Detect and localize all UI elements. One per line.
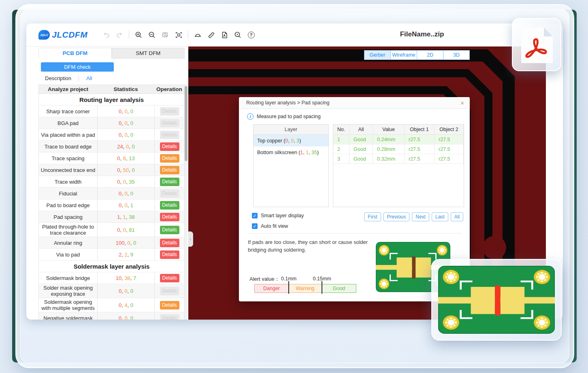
zoom-in-icon[interactable] [134, 31, 143, 39]
details-button[interactable]: Details [160, 239, 179, 247]
result-cell-object2: r27.5 [435, 135, 464, 144]
row-operation: Details [154, 153, 184, 164]
details-button[interactable]: Details [160, 201, 179, 210]
sidebar-scrollbar-track[interactable] [185, 84, 187, 320]
checkbox-icon [252, 213, 258, 218]
stat-danger-count: 0 [119, 132, 124, 138]
close-icon[interactable]: × [460, 100, 464, 106]
stat-danger-count: 0 [119, 202, 124, 208]
pagination-button[interactable]: Previous [383, 212, 410, 221]
locate-icon[interactable] [234, 31, 242, 39]
stat-danger-count: 10 [116, 275, 125, 281]
result-cell-no: 3 [333, 154, 349, 163]
layer-stat-danger: 0 [285, 138, 291, 144]
pagination-button[interactable]: All [451, 212, 463, 221]
details-button[interactable]: Details [160, 142, 179, 151]
row-label: Negative soldermask [39, 312, 97, 320]
row-statistics: 0 0 0 [97, 284, 154, 298]
help-icon[interactable]: ? [247, 31, 255, 39]
view-mode-tab-label: 2D [427, 52, 433, 58]
view-mode-tab[interactable]: 3D [443, 50, 470, 60]
sidebar-tab-label: SMT DFM [136, 50, 160, 56]
result-cell-value: 0.32mm [373, 154, 405, 163]
filter-description[interactable]: Description [45, 75, 71, 81]
ruler-icon[interactable] [207, 31, 215, 39]
table-row: Trace width 0 0 35 Details [39, 176, 184, 188]
row-operation: Details [154, 176, 184, 187]
details-button[interactable]: Details [160, 119, 179, 127]
result-row[interactable]: 1 Good 0.24mm r27.5 r27.5 [333, 135, 464, 144]
layer-list-item[interactable]: Top copper003 [254, 135, 328, 146]
stat-danger-count: 0 [119, 288, 124, 294]
details-button[interactable]: Details [160, 314, 179, 320]
stat-good-count: 0 [132, 167, 134, 173]
app-header: J@LC JLCDFM [26, 23, 563, 47]
view-mode-tab-label: Wireframe [392, 52, 415, 58]
layer-list-item[interactable]: Bottom silkscreen1135 [254, 146, 328, 158]
pagination-button[interactable]: Last [432, 212, 448, 221]
details-button[interactable]: Details [160, 131, 179, 139]
stat-good-count: 1 [130, 202, 133, 208]
view-mode-tab[interactable]: Gerber [364, 50, 391, 60]
details-button[interactable]: Details [160, 166, 179, 174]
toolbar-separator [188, 31, 188, 39]
details-button[interactable]: Details [160, 107, 179, 116]
measure-arc-icon[interactable] [194, 31, 202, 39]
row-label: Soldermask opening with multiple segment… [39, 298, 97, 312]
details-button[interactable]: Details [160, 250, 179, 259]
details-button[interactable]: Details [160, 154, 179, 163]
row-label: Trace width [39, 176, 97, 187]
pagination-button[interactable]: Next [412, 212, 429, 221]
table-row: Annular ring 100 0 0 Details [39, 237, 184, 249]
result-row[interactable]: 3 Good 0.32mm r27.5 r27.5 [333, 154, 464, 164]
view-mode-tab[interactable]: Wireframe [390, 50, 417, 60]
stat-good-count: 35 [129, 179, 134, 185]
logo-badge-icon: J@LC [38, 30, 50, 40]
row-label: Pad to board edge [39, 199, 97, 211]
sidebar-collapse-handle[interactable]: ‹ [188, 231, 193, 247]
details-button[interactable]: Details [160, 213, 179, 221]
box-zoom-icon[interactable] [161, 31, 169, 39]
view-mode-tab[interactable]: 2D [417, 50, 443, 60]
filter-all[interactable]: All [86, 75, 92, 81]
sidebar-tab[interactable]: PCB DFM [38, 48, 112, 59]
result-cell-all: Good [349, 144, 373, 154]
layer-list: Top copper003 Bottom silkscreen1135 [254, 135, 328, 158]
stat-danger-count: 0 [117, 155, 123, 161]
undo-icon[interactable] [102, 31, 110, 39]
export-pdf-icon[interactable] [220, 31, 228, 39]
dfm-check-button[interactable]: DFM check [41, 62, 114, 72]
row-operation: Details [154, 249, 184, 260]
details-button[interactable]: Details [160, 226, 179, 234]
stat-danger-count: 24 [117, 144, 126, 150]
details-button[interactable]: Details [160, 178, 179, 186]
zoom-out-icon[interactable] [148, 31, 156, 39]
row-statistics: 2 2 9 [97, 249, 154, 260]
result-header-all: All [349, 125, 373, 134]
table-row: Unconnected trace end 0 50 0 Details [39, 164, 184, 176]
stat-warning-count: 0 [123, 227, 129, 233]
toolbar-separator [129, 31, 129, 39]
fit-screen-icon[interactable] [175, 31, 183, 39]
row-operation: Details [154, 298, 184, 312]
details-button[interactable]: Details [160, 274, 179, 282]
result-row[interactable]: 2 Good 0.28mm r27.5 r27.5 [333, 144, 464, 154]
stat-warning-count: 0 [123, 179, 129, 185]
smart-layer-display-checkbox[interactable]: Smart layer display [252, 213, 304, 218]
details-button[interactable]: Details [160, 287, 179, 295]
details-button[interactable]: Details [160, 301, 179, 309]
layer-name: Bottom silkscreen [257, 150, 297, 155]
pdf-report-card[interactable] [512, 18, 561, 71]
section-title: Soldermask layer analysis [39, 261, 184, 272]
details-button[interactable]: Details [160, 189, 179, 198]
sidebar-tab[interactable]: SMT DFM [112, 48, 185, 59]
redo-icon[interactable] [115, 31, 124, 39]
analysis-table-header: Analyze project Statistics Operation [39, 85, 184, 94]
row-statistics: 10 38 7 [97, 272, 154, 284]
stat-warning-count: 4 [124, 302, 130, 308]
result-header-value[interactable]: Value [373, 125, 405, 134]
sidebar-scrollbar-thumb[interactable] [185, 86, 187, 161]
auto-fit-view-checkbox[interactable]: Auto fit view [252, 223, 288, 229]
pagination-button[interactable]: First [364, 212, 381, 221]
page: J@LC JLCDFM [0, 0, 588, 373]
